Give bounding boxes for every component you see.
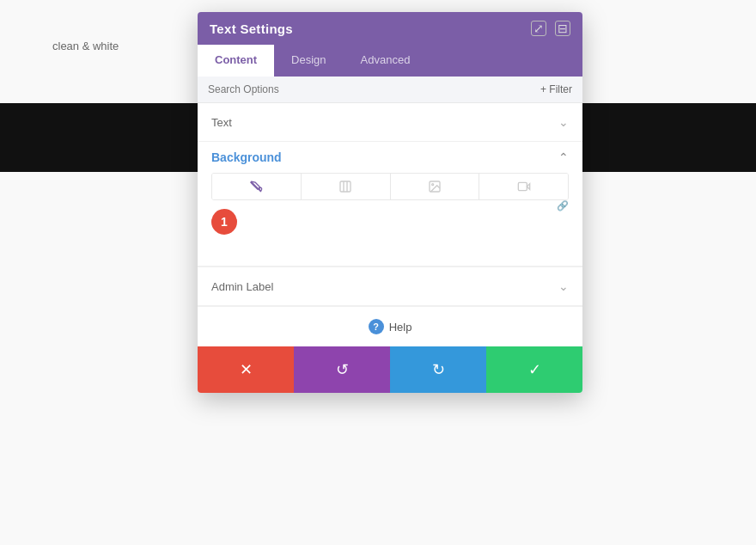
text-chevron-icon: ⌄ <box>558 115 569 129</box>
modal-footer: ✕ ↺ ↻ ✓ <box>198 346 582 393</box>
modal-title: Text Settings <box>210 21 293 36</box>
color-area: 1 🔗 <box>211 200 569 260</box>
svg-rect-5 <box>518 182 527 190</box>
help-label: Help <box>389 321 412 334</box>
svg-point-4 <box>432 184 434 186</box>
modal-header-icons: ⤢ ⊟ <box>531 21 570 36</box>
color-swatch[interactable]: 1 <box>211 209 237 235</box>
bg-tab-video[interactable] <box>479 174 568 199</box>
admin-label-text: Admin Label <box>211 280 273 293</box>
background-chevron-icon[interactable]: ⌃ <box>558 150 569 164</box>
admin-label-section: Admin Label ⌄ <box>198 266 582 306</box>
svg-rect-0 <box>340 181 351 192</box>
fullscreen-icon[interactable]: ⤢ <box>531 21 546 36</box>
tab-design[interactable]: Design <box>274 45 343 77</box>
text-section-row[interactable]: Text ⌄ <box>198 103 582 142</box>
color-badge-number: 1 <box>221 215 228 229</box>
bg-tab-image[interactable] <box>391 174 480 199</box>
split-icon[interactable]: ⊟ <box>555 21 570 36</box>
tab-bar: Content Design Advanced <box>198 45 582 77</box>
filter-button[interactable]: + Filter <box>540 83 572 95</box>
color-link-icon[interactable]: 🔗 <box>557 200 569 211</box>
bg-tab-gradient[interactable] <box>302 174 391 199</box>
page-label: clean & white <box>52 40 119 52</box>
help-row[interactable]: ? Help <box>198 306 582 346</box>
text-settings-modal: Text Settings ⤢ ⊟ Content Design Advance… <box>198 12 582 393</box>
tab-content[interactable]: Content <box>198 45 274 77</box>
bg-tab-color[interactable] <box>212 174 302 199</box>
left-black-bar <box>0 103 198 172</box>
search-input[interactable] <box>208 83 466 95</box>
background-section-label: Background <box>211 150 282 164</box>
admin-chevron-icon: ⌄ <box>558 279 569 293</box>
right-black-bar <box>576 103 756 172</box>
modal-body: Text ⌄ Background ⌃ <box>198 103 582 346</box>
save-button[interactable]: ✓ <box>486 346 582 393</box>
cancel-button[interactable]: ✕ <box>198 346 294 393</box>
background-section: Background ⌃ <box>198 142 582 266</box>
help-icon: ? <box>369 319 384 334</box>
background-type-tabs <box>211 173 569 200</box>
admin-label-row[interactable]: Admin Label ⌄ <box>198 267 582 306</box>
tab-advanced[interactable]: Advanced <box>344 45 428 77</box>
text-section-label: Text <box>211 116 232 129</box>
undo-button[interactable]: ↺ <box>294 346 390 393</box>
search-bar: + Filter <box>198 77 582 103</box>
background-section-header: Background ⌃ <box>211 150 569 164</box>
redo-button[interactable]: ↻ <box>390 346 486 393</box>
modal-header: Text Settings ⤢ ⊟ <box>198 12 582 45</box>
